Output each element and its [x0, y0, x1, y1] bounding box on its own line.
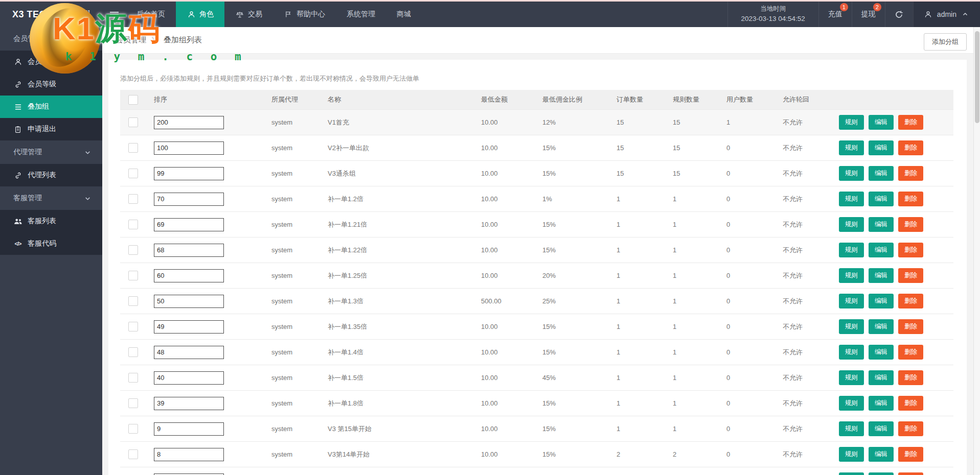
row-checkbox[interactable] [128, 373, 138, 383]
rules-button[interactable]: 规则 [839, 115, 864, 130]
edit-button[interactable]: 编辑 [869, 140, 894, 155]
row-checkbox[interactable] [128, 347, 138, 357]
sidebar-group-service-management[interactable]: 客服管理 [0, 186, 102, 210]
delete-button[interactable]: 删除 [898, 447, 923, 462]
select-all-checkbox[interactable] [128, 95, 138, 105]
nav-item-trade[interactable]: 交易 [224, 2, 273, 27]
edit-button[interactable]: 编辑 [869, 217, 894, 232]
refresh-button[interactable] [885, 2, 913, 27]
row-checkbox[interactable] [128, 245, 138, 255]
rules-button[interactable]: 规则 [839, 447, 864, 462]
edit-button[interactable]: 编辑 [869, 319, 894, 334]
withdraw-menu-item[interactable]: 提现 2 [852, 2, 885, 27]
row-checkbox[interactable] [128, 194, 138, 204]
row-checkbox[interactable] [128, 220, 138, 229]
row-checkbox[interactable] [128, 424, 138, 434]
delete-button[interactable]: 删除 [898, 243, 923, 257]
nav-item-help-center[interactable]: 帮助中心 [273, 2, 336, 27]
edit-button[interactable]: 编辑 [869, 115, 894, 130]
row-checkbox[interactable] [128, 117, 138, 127]
admin-menu[interactable]: admin [913, 2, 980, 27]
sort-input[interactable] [154, 422, 224, 436]
rules-button[interactable]: 规则 [839, 370, 864, 385]
sidebar-item-agent-list[interactable]: 代理列表 [0, 164, 102, 186]
row-checkbox[interactable] [128, 449, 138, 459]
sidebar-item-exit-request[interactable]: 申请退出 [0, 118, 102, 140]
rules-button[interactable]: 规则 [839, 294, 864, 308]
sort-input[interactable] [154, 473, 224, 475]
nav-item-role[interactable]: 角色 [176, 2, 224, 27]
edit-button[interactable]: 编辑 [869, 243, 894, 257]
sort-input[interactable] [154, 269, 224, 282]
edit-button[interactable]: 编辑 [869, 396, 894, 411]
sort-input[interactable] [154, 295, 224, 308]
rules-button[interactable]: 规则 [839, 192, 864, 206]
sidebar-item-member-list[interactable]: 会员列表 [0, 51, 102, 73]
nav-item-home[interactable]: 后台首页 [126, 2, 176, 27]
rules-button[interactable]: 规则 [839, 345, 864, 360]
sidebar-item-service-list[interactable]: 客服列表 [0, 210, 102, 232]
sidebar-item-service-code[interactable]: </>客服代码 [0, 232, 102, 255]
edit-button[interactable]: 编辑 [869, 472, 894, 475]
sidebar-group-member-management[interactable]: 会员管理 [0, 27, 102, 51]
delete-button[interactable]: 删除 [898, 345, 923, 360]
delete-button[interactable]: 删除 [898, 217, 923, 232]
sort-input[interactable] [154, 116, 224, 129]
recharge-menu-item[interactable]: 充值 1 [818, 2, 852, 27]
sort-input[interactable] [154, 141, 224, 155]
row-checkbox[interactable] [128, 169, 138, 178]
rules-button[interactable]: 规则 [839, 166, 864, 181]
sort-input[interactable] [154, 371, 224, 385]
edit-button[interactable]: 编辑 [869, 421, 894, 436]
delete-button[interactable]: 删除 [898, 319, 923, 334]
delete-button[interactable]: 删除 [898, 166, 923, 181]
sort-input[interactable] [154, 346, 224, 359]
delete-button[interactable]: 删除 [898, 472, 923, 475]
edit-button[interactable]: 编辑 [869, 268, 894, 283]
sort-input[interactable] [154, 320, 224, 334]
delete-button[interactable]: 删除 [898, 268, 923, 283]
sort-input[interactable] [154, 397, 224, 410]
rules-button[interactable]: 规则 [839, 319, 864, 334]
nav-item-mall[interactable]: 商城 [386, 2, 422, 27]
delete-button[interactable]: 删除 [898, 192, 923, 206]
rules-button[interactable]: 规则 [839, 217, 864, 232]
edit-button[interactable]: 编辑 [869, 345, 894, 360]
sort-input[interactable] [154, 244, 224, 257]
rules-button[interactable]: 规则 [839, 268, 864, 283]
edit-button[interactable]: 编辑 [869, 294, 894, 308]
delete-button[interactable]: 删除 [898, 370, 923, 385]
row-checkbox[interactable] [128, 271, 138, 280]
nav-item-system[interactable]: 系统管理 [336, 2, 386, 27]
sort-input[interactable] [154, 167, 224, 180]
min-amount-cell: 500.00 [473, 289, 534, 314]
rules-button[interactable]: 规则 [839, 472, 864, 475]
delete-button[interactable]: 删除 [898, 115, 923, 130]
rules-button[interactable]: 规则 [839, 140, 864, 155]
sidebar-toggle-button[interactable] [102, 2, 126, 27]
rules-button[interactable]: 规则 [839, 243, 864, 257]
rules-button[interactable]: 规则 [839, 421, 864, 436]
scrollbar-thumb[interactable] [975, 31, 979, 123]
sidebar-item-stack-group[interactable]: 叠加组 [0, 96, 102, 118]
sort-input[interactable] [154, 448, 224, 461]
row-checkbox[interactable] [128, 398, 138, 408]
edit-button[interactable]: 编辑 [869, 166, 894, 181]
delete-button[interactable]: 删除 [898, 294, 923, 308]
vertical-scrollbar[interactable] [973, 27, 980, 475]
delete-button[interactable]: 删除 [898, 140, 923, 155]
edit-button[interactable]: 编辑 [869, 370, 894, 385]
edit-button[interactable]: 编辑 [869, 447, 894, 462]
edit-button[interactable]: 编辑 [869, 192, 894, 206]
delete-button[interactable]: 删除 [898, 396, 923, 411]
delete-button[interactable]: 删除 [898, 421, 923, 436]
row-checkbox[interactable] [128, 296, 138, 306]
sort-input[interactable] [154, 218, 224, 231]
sidebar-item-member-level[interactable]: 会员等级 [0, 73, 102, 96]
row-checkbox[interactable] [128, 143, 138, 153]
rules-button[interactable]: 规则 [839, 396, 864, 411]
add-group-button[interactable]: 添加分组 [924, 33, 967, 51]
sort-input[interactable] [154, 193, 224, 206]
row-checkbox[interactable] [128, 322, 138, 331]
sidebar-group-agent-management[interactable]: 代理管理 [0, 140, 102, 164]
